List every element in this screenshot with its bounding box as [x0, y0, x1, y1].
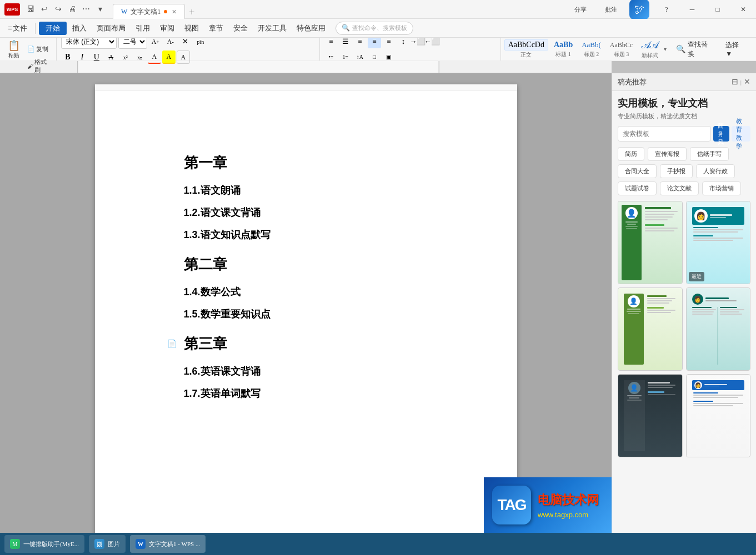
paste-btn[interactable]: 📋 粘贴 — [6, 38, 22, 60]
style-new[interactable]: 𝒜𝒜 新样式 — [638, 39, 662, 59]
search-placeholder-label: 查找命令、搜索模板 — [352, 24, 407, 32]
item1-2-heading: 1.2.语文课文背诵 — [184, 206, 428, 219]
statusbar: M 一键排版助手(MyE... 🖼 图片 W 文字文稿1 - WPS ... — [0, 533, 756, 555]
template-thumb-3[interactable]: 👤 — [618, 287, 683, 371]
item1-4-heading: 1.4.数学公式 — [184, 285, 428, 299]
menu-reference[interactable]: 引用 — [131, 22, 154, 35]
format-painter-btn[interactable]: 🖌格式刷 — [23, 58, 53, 74]
minimize-btn[interactable]: ─ — [679, 0, 705, 19]
panel-separator: | — [740, 79, 742, 85]
down-quick-btn[interactable]: ▾ — [94, 3, 106, 16]
menu-security[interactable]: 安全 — [229, 22, 252, 35]
item1-7-heading: 1.7.英语单词默写 — [184, 387, 428, 400]
education-tab[interactable]: 教育教学 — [732, 126, 750, 142]
redo-quick-btn[interactable]: ↪ — [52, 3, 64, 16]
menu-insert[interactable]: 插入 — [68, 22, 91, 35]
tag-text: 电脑技术网 www.tagxp.com — [538, 492, 599, 519]
menu-view[interactable]: 视图 — [180, 22, 203, 35]
tab-label: 文字文稿1 — [131, 7, 161, 17]
taskbar-item-1[interactable]: M 一键排版助手(MyE... — [4, 535, 84, 553]
style-heading1[interactable]: AaBb 标题 1 — [550, 40, 576, 58]
template-thumb-1[interactable]: 👤 — [618, 201, 683, 284]
item1-5-heading: 1.5.数学重要知识点 — [184, 307, 428, 321]
right-actions: 🔍 查找替换 选择▼ — [670, 42, 754, 57]
save-quick-btn[interactable]: 🖫 — [24, 3, 37, 16]
strikethrough-btn[interactable]: A — [104, 51, 118, 64]
cat-exam[interactable]: 试题试卷 — [618, 181, 657, 195]
shading-btn[interactable]: ▣ — [382, 50, 395, 63]
template-thumb-6[interactable]: 👩 — [686, 374, 751, 457]
more-quick-btn[interactable]: ⋯ — [80, 3, 92, 16]
maximize-btn[interactable]: □ — [705, 0, 730, 19]
menu-features[interactable]: 特色应用 — [292, 22, 330, 35]
undo-quick-btn[interactable]: ↩ — [38, 3, 51, 16]
menu-layout[interactable]: 页面布局 — [92, 22, 130, 35]
window-controls: 分享 批注 🕊 ? ─ □ ✕ — [564, 0, 756, 19]
search-template-btn[interactable]: 商务风 — [713, 126, 729, 142]
style-normal[interactable]: AaBbCcDd 正文 — [504, 39, 548, 59]
style-heading2[interactable]: AaBb( 标题 2 — [578, 40, 604, 58]
clipboard-section: 📋 粘贴 ✂剪切 📄复制 🖌格式刷 — [2, 38, 57, 60]
doc-tab[interactable]: W 文字文稿1 ✕ — [113, 4, 185, 19]
copy-btn[interactable]: 📄复制 — [23, 42, 53, 57]
help-btn[interactable]: ? — [654, 0, 679, 19]
panel-search-row: 商务风 教育教学 — [618, 126, 750, 142]
tag-url: www.tagxp.com — [538, 511, 599, 519]
new-tab-btn[interactable]: + — [185, 6, 198, 19]
menu-file[interactable]: ≡ 文件 — [3, 22, 32, 35]
menubar: ≡ 文件 开始 插入 页面布局 引用 审阅 视图 章节 安全 开发工具 特色应用… — [0, 19, 756, 38]
menu-review[interactable]: 审阅 — [156, 22, 179, 35]
task1-label: 一键排版助手(MyE... — [23, 540, 79, 548]
document-page: 第一章 1.1.语文朗诵 1.2.语文课文背诵 1.3.语文知识点默写 第二章 … — [95, 84, 517, 533]
panel-collapse-btn[interactable]: ⊟ — [732, 77, 738, 87]
numbering-btn[interactable]: 1≡ — [339, 50, 352, 63]
print-quick-btn[interactable]: 🖨 — [66, 3, 78, 16]
menu-start[interactable]: 开始 — [39, 22, 67, 35]
cat-hr[interactable]: 人资行政 — [696, 164, 735, 178]
template-search-input[interactable] — [618, 126, 711, 142]
menu-dev[interactable]: 开发工具 — [253, 22, 291, 35]
template-thumb-2[interactable]: 👩 — [686, 201, 751, 284]
menu-chapter[interactable]: 章节 — [204, 22, 228, 35]
cat-handcopy[interactable]: 手抄报 — [660, 164, 693, 178]
select-btn[interactable]: 选择▼ — [719, 42, 749, 57]
share-btn[interactable]: 分享 — [564, 0, 597, 19]
italic-btn[interactable]: I — [76, 51, 89, 64]
bullets-btn[interactable]: •≡ — [324, 50, 338, 63]
font-color-btn[interactable]: A — [148, 51, 161, 64]
styles-section: AaBbCcDd 正文 AaBb 标题 1 AaBb( 标题 2 AaBbCc … — [502, 39, 669, 59]
wps-cloud-icon[interactable]: 🕊 — [629, 0, 649, 19]
taskbar-item-2[interactable]: 🖼 图片 — [89, 535, 126, 553]
document-area[interactable]: 第一章 1.1.语文朗诵 1.2.语文课文背诵 1.3.语文知识点默写 第二章 … — [0, 73, 612, 533]
cat-poster[interactable]: 宣传海报 — [648, 147, 687, 161]
cat-paper[interactable]: 论文文献 — [660, 181, 699, 195]
cat-letter[interactable]: 信纸手写 — [690, 147, 729, 161]
bold-btn[interactable]: B — [61, 51, 74, 64]
underline-btn[interactable]: U — [90, 51, 103, 64]
chapter3-row: 📄 第三章 — [184, 334, 428, 354]
cat-contract[interactable]: 合同大全 — [618, 164, 657, 178]
border-btn[interactable]: □ — [368, 50, 381, 63]
close-btn[interactable]: ✕ — [730, 0, 756, 19]
tag-site-name: 电脑技术网 — [538, 492, 599, 508]
tab-close-btn[interactable]: ✕ — [172, 8, 177, 16]
comment-btn[interactable]: 批注 — [597, 0, 625, 19]
sort-btn[interactable]: ↕A — [353, 50, 367, 63]
find-replace-btn[interactable]: 🔍 查找替换 — [670, 42, 716, 57]
wps-logo-icon[interactable]: WPS — [4, 3, 20, 16]
styles-expand-btn[interactable]: ▾ — [664, 46, 667, 52]
border-font-btn[interactable]: A — [177, 51, 190, 64]
search-bar[interactable]: 🔍 查找命令、搜索模板 — [336, 22, 413, 35]
template-thumb-5[interactable]: 👤 — [618, 374, 683, 457]
taskbar-item-3[interactable]: W 文字文稿1 - WPS ... — [130, 535, 206, 553]
highlight-btn[interactable]: A — [162, 51, 176, 64]
cat-marketing[interactable]: 市场营销 — [702, 181, 741, 195]
cat-resume[interactable]: 简历 — [618, 147, 644, 161]
superscript-btn[interactable]: x² — [119, 51, 132, 64]
style-heading3[interactable]: AaBbCc 标题 3 — [607, 41, 636, 58]
subscript-btn[interactable]: x₂ — [133, 51, 147, 64]
panel-close-btn[interactable]: ✕ — [744, 77, 750, 87]
panel-subtitle: 专业简历模板，精选优质文档 — [618, 112, 750, 120]
template-thumb-4[interactable]: 👩 — [686, 287, 751, 371]
page-top-margin — [95, 84, 517, 91]
